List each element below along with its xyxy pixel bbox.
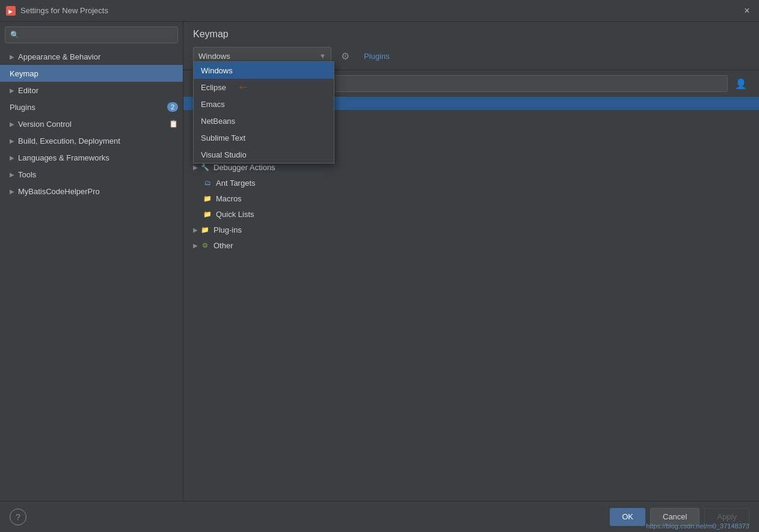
gear-icon: ⚙ (341, 50, 349, 62)
sidebar-item-appearance[interactable]: ▶ Appearance & Behavior (0, 48, 183, 65)
dropdown-item-eclipse[interactable]: Eclipse ← (194, 79, 334, 96)
keymap-value: Windows (198, 52, 230, 61)
sidebar-item-label: Languages & Frameworks (18, 153, 109, 162)
dropdown-item-visual-studio[interactable]: Visual Studio (194, 146, 334, 163)
chevron-icon: ▶ (10, 87, 14, 94)
bottom-bar: ? OK Cancel Apply https://blog.csdn.net/… (0, 501, 759, 532)
sidebar-item-mybatis[interactable]: ▶ MyBatisCodeHelperPro (0, 183, 183, 200)
ok-button[interactable]: OK (610, 508, 645, 526)
chevron-icon: ▶ (10, 154, 14, 161)
right-panel: Keymap Windows ▼ ⚙ Plugins (183, 22, 759, 501)
sidebar-item-plugins[interactable]: Plugins 2 (0, 99, 183, 115)
dropdown-item-label: Visual Studio (201, 150, 247, 159)
dropdown-item-sublime-text[interactable]: Sublime Text (194, 129, 334, 146)
tree-item-label: Macros (216, 194, 242, 203)
dropdown-item-label: NetBeans (201, 117, 235, 126)
panel-title: Keymap (193, 29, 749, 40)
tree-item-label: Ant Targets (216, 179, 256, 188)
tree-item-quick-lists[interactable]: 📁 Quick Lists (183, 206, 759, 222)
tree-item-label: Other (214, 241, 233, 250)
chevron-icon: ▶ (193, 242, 198, 249)
dropdown-item-label: Emacs (201, 100, 225, 109)
chevron-down-icon: ▼ (319, 52, 326, 60)
chevron-icon: ▶ (10, 188, 14, 195)
search-icon: 🔍 (10, 31, 19, 39)
folder-icon: 📁 (203, 209, 212, 219)
sidebar-item-label: Tools (18, 170, 36, 179)
dropdown-item-netbeans[interactable]: NetBeans (194, 112, 334, 129)
main-content: 🔍 ▶ Appearance & Behavior Keymap ▶ Edito… (0, 22, 759, 501)
svg-text:▶: ▶ (8, 8, 13, 14)
title-bar: ▶ Settings for New Projects × (0, 0, 759, 22)
tree-item-label: Debugger Actions (214, 163, 275, 172)
chevron-icon: ▶ (193, 227, 198, 233)
chevron-icon: ▶ (10, 54, 14, 60)
person-icon: 👤 (735, 78, 747, 90)
dropdown-item-windows[interactable]: Windows (194, 62, 334, 79)
folder-icon: 📁 (200, 225, 210, 234)
keymap-tree: 🗂 External Tools ▶ 📁 Version Control Sys… (183, 110, 759, 501)
keymap-dropdown: Windows Eclipse ← Emacs NetBeans Sublime… (193, 61, 334, 164)
chevron-icon: ▶ (10, 171, 14, 178)
sidebar-item-label: Editor (18, 86, 38, 95)
folder-icon: 🗂 (203, 178, 212, 188)
gear-icon: ⚙ (200, 240, 210, 250)
help-button[interactable]: ? (10, 509, 26, 525)
sidebar-item-editor[interactable]: ▶ Editor (0, 82, 183, 99)
tree-item-other[interactable]: ▶ ⚙ Other (183, 237, 759, 253)
settings-dialog: ▶ Settings for New Projects × 🔍 ▶ Appear… (0, 0, 759, 532)
sidebar: 🔍 ▶ Appearance & Behavior Keymap ▶ Edito… (0, 22, 183, 501)
dropdown-item-label: Windows (201, 66, 233, 75)
debug-icon: 🔧 (200, 162, 210, 172)
clipboard-icon: 📋 (169, 120, 178, 128)
sidebar-item-label: Build, Execution, Deployment (18, 136, 120, 145)
plugins-link[interactable]: Plugins (364, 52, 390, 61)
chevron-icon: ▶ (10, 138, 14, 144)
chevron-icon: ▶ (10, 121, 14, 127)
sidebar-item-label: Appearance & Behavior (18, 52, 100, 61)
sidebar-item-label: Plugins (10, 103, 35, 112)
person-button[interactable]: 👤 (733, 75, 749, 92)
folder-icon: 📁 (203, 194, 212, 203)
sidebar-item-label: Version Control (18, 120, 72, 129)
sidebar-search-input[interactable] (22, 31, 173, 40)
tree-item-plug-ins[interactable]: ▶ 📁 Plug-ins (183, 222, 759, 237)
sidebar-search[interactable]: 🔍 (5, 26, 178, 43)
sidebar-item-version-control[interactable]: ▶ Version Control 📋 (0, 115, 183, 132)
sidebar-items-list: ▶ Appearance & Behavior Keymap ▶ Editor … (0, 48, 183, 501)
gear-button[interactable]: ⚙ (336, 47, 354, 65)
sidebar-item-tools[interactable]: ▶ Tools (0, 166, 183, 183)
sidebar-item-build[interactable]: ▶ Build, Execution, Deployment (0, 132, 183, 149)
dropdown-item-label: Eclipse (201, 83, 226, 92)
dropdown-item-emacs[interactable]: Emacs (194, 96, 334, 112)
plugins-badge: 2 (167, 102, 178, 112)
tree-item-label: Plug-ins (214, 225, 242, 234)
sidebar-item-languages[interactable]: ▶ Languages & Frameworks (0, 149, 183, 166)
tree-item-ant-targets[interactable]: 🗂 Ant Targets (183, 175, 759, 191)
app-icon: ▶ (6, 6, 16, 16)
sidebar-item-label: MyBatisCodeHelperPro (18, 187, 100, 196)
tree-item-macros[interactable]: 📁 Macros (183, 191, 759, 206)
url-text: https://blog.csdn.net/m0_37148373 (646, 522, 749, 530)
dialog-title: Settings for New Projects (20, 6, 741, 15)
red-arrow-icon: ← (237, 80, 249, 94)
sidebar-item-keymap[interactable]: Keymap (0, 65, 183, 82)
dropdown-item-label: Sublime Text (201, 133, 245, 142)
sidebar-item-label: Keymap (10, 69, 38, 78)
chevron-icon: ▶ (193, 164, 198, 171)
tree-item-label: Quick Lists (216, 210, 254, 219)
close-button[interactable]: × (741, 5, 753, 17)
